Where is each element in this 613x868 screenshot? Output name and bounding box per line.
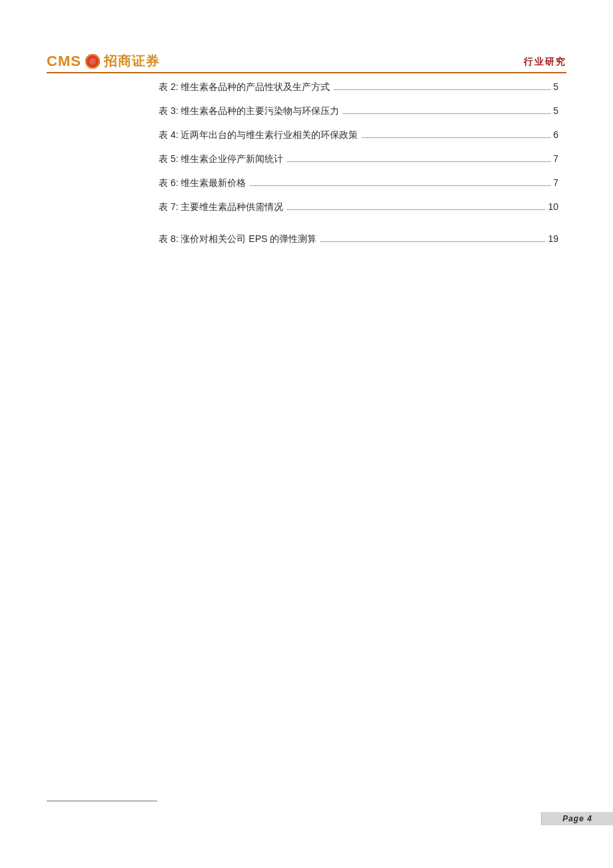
toc-entry-label: 表 5: 维生素企业停产新闻统计 <box>159 153 283 165</box>
toc-leader-dots <box>250 185 550 186</box>
toc-entry-label: 表 6: 维生素最新价格 <box>159 177 246 189</box>
toc-entry: 表 5: 维生素企业停产新闻统计 7 <box>159 153 558 177</box>
toc-leader-dots <box>343 113 550 114</box>
page-number-badge: Page 4 <box>541 812 613 825</box>
toc-entry-label: 表 4: 近两年出台的与维生素行业相关的环保政策 <box>159 129 358 141</box>
toc-entry: 表 4: 近两年出台的与维生素行业相关的环保政策 6 <box>159 129 558 153</box>
toc-spacer <box>159 225 558 233</box>
toc-leader-dots <box>334 89 550 90</box>
toc-entry-page: 5 <box>553 81 558 92</box>
toc-leader-dots <box>362 137 550 138</box>
header-divider <box>47 72 566 73</box>
page: CMS 招商证券 行业研究 表 2: 维生素各品种的产品性状及生产方式 5 表 … <box>0 0 613 868</box>
logo-cn-text: 招商证券 <box>104 52 160 70</box>
toc-entry: 表 8: 涨价对相关公司 EPS 的弹性测算 19 <box>159 233 558 257</box>
footer-divider <box>47 801 157 801</box>
logo-latin-text: CMS <box>47 53 81 70</box>
toc-leader-dots <box>287 161 550 162</box>
medal-icon <box>85 54 100 69</box>
toc-entry-page: 7 <box>553 177 558 188</box>
toc-leader-dots <box>287 209 545 210</box>
toc-entry-page: 5 <box>553 105 558 116</box>
header-category-label: 行业研究 <box>524 56 566 68</box>
toc-entry: 表 2: 维生素各品种的产品性状及生产方式 5 <box>159 81 558 105</box>
toc-leader-dots <box>320 241 545 242</box>
toc-entry-label: 表 8: 涨价对相关公司 EPS 的弹性测算 <box>159 233 316 245</box>
toc-entry-label: 表 2: 维生素各品种的产品性状及生产方式 <box>159 81 330 93</box>
toc-entry-page: 6 <box>553 129 558 140</box>
toc-entry: 表 7: 主要维生素品种供需情况 10 <box>159 201 558 225</box>
toc-entry-label: 表 3: 维生素各品种的主要污染物与环保压力 <box>159 105 339 117</box>
toc-entry-page: 7 <box>553 153 558 164</box>
toc-entry-page: 10 <box>548 201 558 212</box>
toc-entry-label: 表 7: 主要维生素品种供需情况 <box>159 201 283 213</box>
toc-entry-page: 19 <box>548 233 558 244</box>
toc-entry: 表 6: 维生素最新价格 7 <box>159 177 558 201</box>
toc-entry: 表 3: 维生素各品种的主要污染物与环保压力 5 <box>159 105 558 129</box>
brand-logo: CMS 招商证券 <box>47 52 566 70</box>
table-of-contents: 表 2: 维生素各品种的产品性状及生产方式 5 表 3: 维生素各品种的主要污染… <box>159 81 558 257</box>
page-header: CMS 招商证券 行业研究 <box>47 52 566 70</box>
